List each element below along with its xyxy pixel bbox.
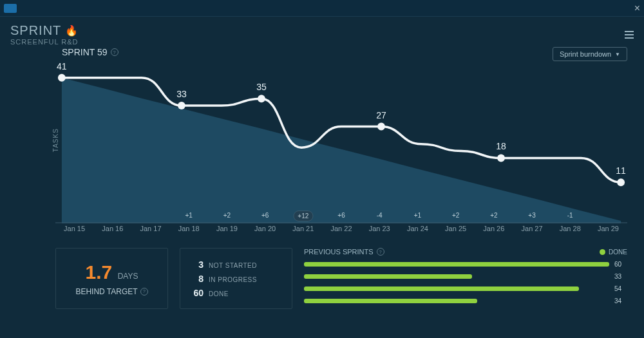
- header: SPRINT 🔥 SCREENFUL R&D: [10, 23, 634, 46]
- chart-area: SPRINT 59 ? Sprint burndown ▼ TASKS 4133…: [55, 50, 627, 243]
- x-tick: Jan 29: [589, 225, 627, 243]
- delta-badge: +1: [182, 211, 196, 220]
- previous-sprint-bar: 60: [304, 259, 627, 268]
- delta-badge: +6: [258, 211, 272, 220]
- count-number: 3: [187, 259, 204, 270]
- x-tick: Jan 23-4: [361, 225, 399, 243]
- status-count-row: 60DONE: [187, 288, 285, 298]
- data-point-label: 18: [496, 141, 506, 151]
- header-left: SPRINT 🔥 SCREENFUL R&D: [10, 23, 79, 46]
- x-tick: Jan 28-1: [551, 225, 589, 243]
- kpi-label: BEHIND TARGET: [75, 287, 137, 296]
- x-tick: Jan 15: [55, 225, 93, 243]
- status-count-row: 3NOT STARTED: [187, 259, 285, 270]
- data-point-label: 11: [616, 165, 626, 176]
- bar-fill: [304, 299, 477, 303]
- delta-badge: +12: [293, 211, 313, 221]
- chart-svg: [55, 61, 627, 223]
- help-icon[interactable]: ?: [140, 288, 148, 296]
- previous-title: PREVIOUS SPRINTS: [304, 248, 374, 256]
- menu-icon[interactable]: [625, 31, 634, 39]
- data-point[interactable]: [178, 102, 185, 109]
- status-counts-panel: 3NOT STARTED8IN PROGRESS60DONE: [180, 248, 292, 309]
- previous-sprint-bar: 34: [304, 296, 627, 305]
- count-label: DONE: [209, 290, 229, 297]
- legend-done: DONE: [600, 249, 627, 256]
- chevron-down-icon: ▼: [615, 52, 620, 57]
- delta-badge: -4: [373, 211, 386, 220]
- window-titlebar: ×: [0, 0, 644, 17]
- count-number: 60: [187, 288, 204, 298]
- delta-badge: +2: [448, 211, 463, 220]
- close-icon[interactable]: ×: [634, 3, 640, 14]
- x-tick: Jan 27+3: [513, 225, 551, 243]
- count-label: IN PROGRESS: [209, 276, 257, 283]
- legend-label: DONE: [609, 249, 627, 256]
- data-point-label: 41: [57, 61, 67, 71]
- previous-sprint-bar: 33: [304, 272, 627, 281]
- kpi-value: 1.7: [86, 261, 113, 283]
- data-point[interactable]: [258, 95, 265, 102]
- x-tick: Jan 19+2: [208, 225, 246, 243]
- previous-sprint-bar: 54: [304, 284, 627, 293]
- x-tick: Jan 25+2: [437, 225, 475, 243]
- x-axis: Jan 15Jan 16Jan 17Jan 18+1Jan 19+2Jan 20…: [55, 225, 627, 243]
- bar-value: 60: [614, 261, 627, 268]
- app-flag-icon: [4, 4, 17, 13]
- x-tick: Jan 16: [93, 225, 131, 243]
- bar-fill: [304, 262, 609, 267]
- status-count-row: 8IN PROGRESS: [187, 274, 285, 284]
- count-number: 8: [187, 274, 204, 284]
- delta-badge: +6: [334, 211, 348, 220]
- data-point[interactable]: [58, 74, 66, 82]
- page-subtitle: SCREENFUL R&D: [10, 38, 79, 46]
- page-title: SPRINT: [10, 23, 61, 38]
- x-tick: Jan 22+6: [322, 225, 360, 243]
- delta-badge: +3: [524, 211, 539, 220]
- sprint-label: SPRINT 59 ?: [62, 47, 118, 57]
- x-tick: Jan 21+12: [284, 225, 322, 243]
- data-point-label: 35: [256, 82, 267, 92]
- bar-fill: [304, 286, 579, 291]
- app-body: SPRINT 🔥 SCREENFUL R&D SPRINT 59 ? Sprin…: [0, 17, 644, 338]
- chart-type-dropdown[interactable]: Sprint burndown ▼: [553, 47, 627, 61]
- bar-value: 33: [614, 273, 627, 280]
- x-tick: Jan 24+1: [399, 225, 437, 243]
- fire-icon: 🔥: [65, 24, 78, 37]
- delta-badge: +2: [486, 211, 501, 220]
- x-tick: Jan 26+2: [475, 225, 513, 243]
- x-tick: Jan 20+6: [246, 225, 284, 243]
- data-point-label: 33: [176, 89, 187, 99]
- help-icon[interactable]: ?: [377, 248, 384, 256]
- kpi-panel: 1.7 DAYS BEHIND TARGET ?: [55, 248, 168, 309]
- previous-sprints-panel: PREVIOUS SPRINTS ? DONE 60335434: [304, 248, 627, 309]
- data-point[interactable]: [617, 178, 625, 186]
- delta-badge: +1: [410, 211, 425, 220]
- data-point[interactable]: [377, 123, 385, 131]
- delta-badge: +2: [220, 211, 234, 220]
- sprint-name: SPRINT 59: [62, 47, 108, 57]
- data-point[interactable]: [497, 154, 505, 162]
- kpi-unit: DAYS: [118, 272, 138, 281]
- plot: 413335271811: [55, 61, 627, 223]
- bar-fill: [304, 274, 472, 279]
- burndown-area: [62, 78, 621, 223]
- x-tick: Jan 17: [131, 225, 169, 243]
- dropdown-label: Sprint burndown: [560, 50, 611, 58]
- delta-badge: -1: [564, 211, 577, 220]
- legend-dot-icon: [600, 249, 605, 255]
- x-tick: Jan 18+1: [170, 225, 208, 243]
- bottom-panels: 1.7 DAYS BEHIND TARGET ? 3NOT STARTED8IN…: [55, 248, 627, 309]
- bar-value: 34: [614, 297, 627, 305]
- help-icon[interactable]: ?: [111, 48, 118, 56]
- data-point-label: 27: [376, 110, 386, 120]
- count-label: NOT STARTED: [209, 262, 257, 269]
- bar-value: 54: [614, 285, 627, 292]
